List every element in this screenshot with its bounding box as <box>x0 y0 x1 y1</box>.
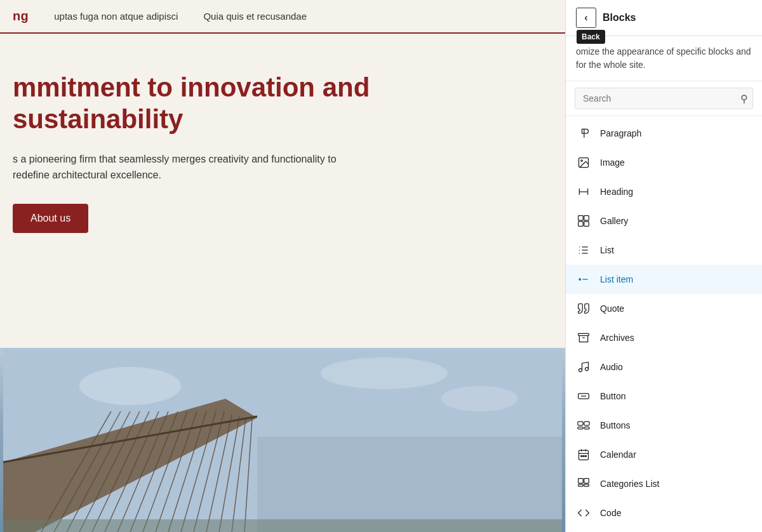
about-us-button[interactable]: About us <box>13 204 88 233</box>
svg-point-2 <box>321 357 448 389</box>
sidebar-header: ‹ Back Blocks <box>566 0 762 36</box>
back-tooltip: Back <box>577 30 605 44</box>
svg-rect-56 <box>584 479 589 484</box>
button-icon <box>576 389 591 404</box>
svg-rect-44 <box>578 422 583 425</box>
block-label-gallery: Gallery <box>600 216 628 226</box>
building-svg <box>0 348 565 532</box>
block-label-code: Code <box>600 508 621 518</box>
paragraph-icon <box>576 126 591 141</box>
block-label-categories-list: Categories List <box>600 479 659 489</box>
svg-point-40 <box>579 369 582 372</box>
block-label-image: Image <box>600 157 625 168</box>
block-item-paragraph[interactable]: Paragraph <box>566 119 762 148</box>
list-icon <box>576 243 591 258</box>
block-label-list: List <box>600 245 614 255</box>
svg-rect-29 <box>578 222 584 227</box>
svg-rect-52 <box>581 456 582 457</box>
sidebar: ‹ Back Blocks omize the appearance of sp… <box>565 0 762 532</box>
block-label-audio: Audio <box>600 362 623 372</box>
block-item-quote[interactable]: Quote <box>566 294 762 323</box>
block-item-buttons[interactable]: Buttons <box>566 411 762 440</box>
svg-rect-58 <box>584 484 589 486</box>
block-item-gallery[interactable]: Gallery <box>566 206 762 236</box>
heading-icon <box>576 184 591 199</box>
svg-rect-47 <box>584 427 589 429</box>
block-label-archives: Archives <box>600 333 634 343</box>
block-item-list[interactable]: List <box>566 236 762 265</box>
hero-title: mmitment to innovation and sustainabilit… <box>13 72 394 136</box>
svg-rect-54 <box>585 456 587 457</box>
svg-point-3 <box>441 386 518 411</box>
block-label-paragraph: Paragraph <box>600 128 641 138</box>
nav-links: uptas fuga non atque adipisci Quia quis … <box>54 11 307 22</box>
search-input[interactable] <box>575 88 753 109</box>
list-item-icon <box>576 272 591 287</box>
block-label-quote: Quote <box>600 303 624 314</box>
block-item-image[interactable]: Image <box>566 148 762 177</box>
block-item-button[interactable]: Button <box>566 382 762 411</box>
svg-point-41 <box>585 368 589 371</box>
image-icon <box>576 155 591 170</box>
search-icon-button[interactable]: ⚲ <box>740 93 748 105</box>
svg-rect-39 <box>578 333 589 335</box>
svg-point-37 <box>579 279 581 281</box>
archives-icon <box>576 330 591 345</box>
svg-rect-55 <box>578 479 584 484</box>
svg-point-1 <box>79 367 181 405</box>
building-image <box>0 348 565 532</box>
svg-rect-27 <box>578 216 584 221</box>
hero-subtitle: s a pioneering firm that seamlessly merg… <box>13 151 343 183</box>
svg-rect-45 <box>584 422 589 425</box>
nav-link-2[interactable]: Quia quis et recusandae <box>203 11 307 22</box>
block-label-buttons: Buttons <box>600 420 630 430</box>
svg-rect-46 <box>578 427 583 429</box>
block-item-audio[interactable]: Audio <box>566 352 762 382</box>
audio-icon <box>576 359 591 375</box>
sidebar-panel-title: Blocks <box>603 12 636 23</box>
chevron-left-icon: ‹ <box>584 12 587 23</box>
block-label-heading: Heading <box>600 187 633 197</box>
svg-rect-30 <box>584 222 589 227</box>
svg-rect-28 <box>584 216 589 221</box>
svg-rect-57 <box>578 484 584 486</box>
block-list: ParagraphImageHeadingGalleryListList ite… <box>566 116 762 532</box>
gallery-icon <box>576 213 591 229</box>
block-item-calendar[interactable]: Calendar <box>566 440 762 469</box>
svg-rect-24 <box>3 519 562 532</box>
search-container: ⚲ <box>566 81 762 116</box>
hero-section: mmitment to innovation and sustainabilit… <box>0 34 565 258</box>
svg-point-26 <box>581 160 583 162</box>
block-item-heading[interactable]: Heading <box>566 177 762 206</box>
svg-rect-23 <box>257 437 562 532</box>
block-item-code[interactable]: Code <box>566 498 762 528</box>
block-label-calendar: Calendar <box>600 449 636 460</box>
top-nav: ng uptas fuga non atque adipisci Quia qu… <box>0 0 565 34</box>
nav-title: ng <box>13 9 29 23</box>
search-icon: ⚲ <box>740 93 748 104</box>
block-label-button: Button <box>600 391 625 401</box>
block-label-list-item: List item <box>600 274 633 284</box>
categories-list-icon <box>576 476 591 491</box>
svg-rect-53 <box>583 456 584 457</box>
quote-icon <box>576 301 591 316</box>
block-item-archives[interactable]: Archives <box>566 323 762 352</box>
buttons-icon <box>576 418 591 433</box>
svg-rect-48 <box>579 450 589 460</box>
main-content: ng uptas fuga non atque adipisci Quia qu… <box>0 0 565 532</box>
calendar-icon <box>576 447 591 462</box>
nav-link-1[interactable]: uptas fuga non atque adipisci <box>54 11 178 22</box>
block-item-categories-list[interactable]: Categories List <box>566 469 762 498</box>
back-button[interactable]: ‹ Back <box>576 8 596 28</box>
block-item-list-item[interactable]: List item <box>566 265 762 294</box>
code-icon <box>576 505 591 521</box>
